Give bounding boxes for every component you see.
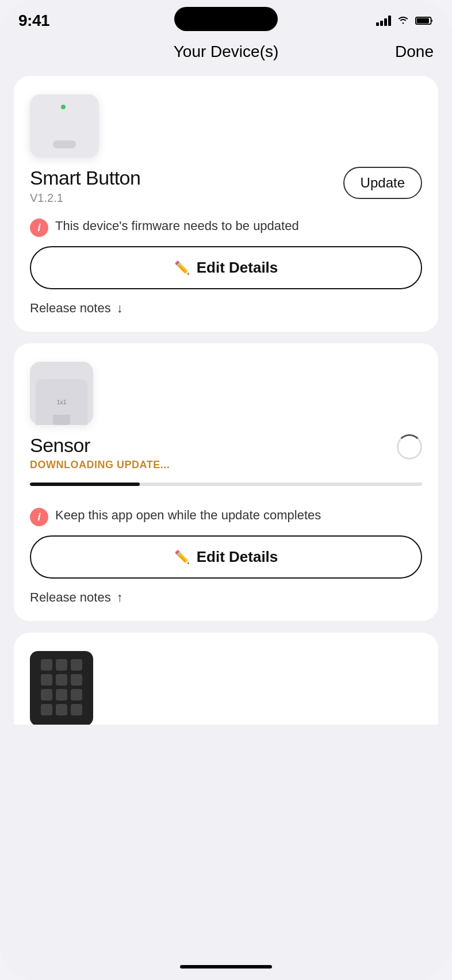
keypad-row-2 — [41, 674, 82, 686]
header: Your Device(s) Done — [0, 32, 452, 67]
update-button-smart-button[interactable]: Update — [343, 167, 422, 199]
warning-icon-smart-button: i — [30, 219, 48, 237]
device-name-block-smart-button: Smart Button V1.2.1 — [30, 167, 140, 205]
warning-row-sensor: i Keep this app open while the update co… — [30, 507, 422, 526]
home-indicator — [180, 965, 272, 968]
device-card-sensor: 1x1 Sensor DOWNLOADING UPDATE... i — [14, 343, 438, 621]
phone-shell: 9:41 Your Device(s — [0, 0, 452, 980]
device-card-partial-keypad — [14, 633, 438, 725]
keypad-row-1 — [41, 659, 82, 671]
device-name-smart-button: Smart Button — [30, 167, 140, 189]
sensor-stand — [53, 415, 70, 425]
keypad-image — [30, 651, 93, 725]
device-name-block-sensor: Sensor DOWNLOADING UPDATE... — [30, 434, 170, 471]
edit-details-button-sensor[interactable]: ✏️ Edit Details — [30, 535, 422, 579]
smart-button-image — [30, 94, 99, 158]
device-image-area-smart-button — [30, 94, 422, 158]
release-notes-arrow-smart-button: ↓ — [117, 301, 123, 316]
release-notes-row-sensor[interactable]: Release notes ↑ — [30, 590, 422, 605]
signal-bars-icon — [376, 16, 391, 26]
dynamic-island — [174, 7, 278, 31]
release-notes-label-smart-button: Release notes — [30, 301, 111, 316]
status-time: 9:41 — [18, 12, 49, 30]
downloading-spinner-sensor — [397, 434, 422, 460]
svg-rect-1 — [417, 18, 429, 24]
warning-row-smart-button: i This device's firmware needs to be upd… — [30, 217, 422, 237]
pencil-icon-smart-button: ✏️ — [174, 261, 190, 275]
downloading-status-sensor: DOWNLOADING UPDATE... — [30, 459, 170, 471]
pencil-icon-sensor: ✏️ — [174, 550, 190, 565]
battery-icon — [415, 16, 434, 26]
edit-details-button-smart-button[interactable]: ✏️ Edit Details — [30, 246, 422, 289]
device-info-row-sensor: Sensor DOWNLOADING UPDATE... — [30, 434, 422, 471]
device-version-smart-button: V1.2.1 — [30, 192, 140, 205]
edit-details-label-smart-button: Edit Details — [197, 259, 278, 277]
progress-bar-fill-sensor — [30, 483, 140, 486]
done-button[interactable]: Done — [395, 43, 434, 61]
scroll-content: Smart Button V1.2.1 Update i This device… — [0, 67, 452, 959]
sensor-image: 1x1 — [30, 362, 93, 425]
page-title: Your Device(s) — [174, 43, 279, 61]
device-name-sensor: Sensor — [30, 434, 170, 457]
smart-button-led — [61, 105, 66, 109]
warning-icon-sensor: i — [30, 508, 48, 526]
warning-text-sensor: Keep this app open while the update comp… — [55, 507, 321, 525]
status-bar: 9:41 — [0, 0, 452, 32]
device-image-area-sensor: 1x1 — [30, 362, 422, 425]
device-card-smart-button: Smart Button V1.2.1 Update i This device… — [14, 76, 438, 332]
edit-details-label-sensor: Edit Details — [197, 548, 278, 566]
keypad-row-3 — [41, 689, 82, 700]
release-notes-row-smart-button[interactable]: Release notes ↓ — [30, 301, 422, 316]
release-notes-arrow-sensor: ↑ — [117, 590, 123, 605]
progress-bar-sensor — [30, 483, 422, 486]
device-info-row-smart-button: Smart Button V1.2.1 Update — [30, 167, 422, 205]
wifi-icon — [397, 15, 409, 26]
keypad-row-4 — [41, 704, 82, 715]
release-notes-label-sensor: Release notes — [30, 590, 111, 605]
status-icons — [376, 15, 434, 26]
warning-text-smart-button: This device's firmware needs to be updat… — [55, 217, 299, 235]
